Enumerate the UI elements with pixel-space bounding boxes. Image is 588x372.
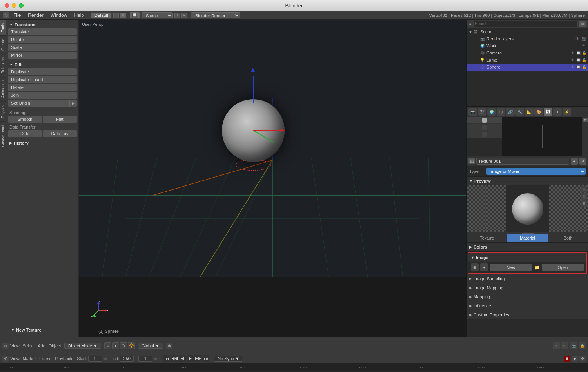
texture-type-select[interactable]: Image or Movie [486, 168, 586, 175]
texture-icon[interactable]: ⬡ [120, 342, 127, 349]
add-scene-button[interactable]: + [174, 13, 180, 18]
renderlayers-render-icon[interactable]: 📷 [582, 36, 586, 41]
preview-sphere-btn[interactable]: ○ [581, 186, 587, 192]
data-button[interactable]: Data [8, 130, 42, 137]
snap-icon[interactable]: ⊕ [166, 343, 172, 349]
jump-end-button[interactable]: ⏭ [202, 355, 209, 362]
rendered-icon[interactable]: 🔆 [128, 342, 135, 349]
tab-grease-pencil[interactable]: Grease Pencil [0, 121, 6, 150]
duplicate-button[interactable]: Duplicate [8, 68, 77, 75]
jump-start-button[interactable]: ⏮ [163, 355, 170, 362]
solid-icon[interactable]: ● [112, 342, 119, 349]
menu-window[interactable]: Window [47, 12, 71, 19]
image-header[interactable]: ▼ Image [468, 253, 586, 262]
window-controls[interactable] [0, 3, 24, 8]
timeline-ruler[interactable]: -100 -40 0 40 80 120 160 200 240 280 [0, 363, 588, 372]
preview-header[interactable]: ▼ Preview [467, 177, 588, 185]
world-eye-icon[interactable]: 👁 [582, 44, 586, 48]
timeline-settings-button[interactable]: ⚙ [579, 356, 586, 362]
sync-mode-selector[interactable]: No Sync ▼ [214, 356, 243, 362]
tab-relations[interactable]: Relations [0, 54, 6, 77]
translate-button[interactable]: Translate [8, 28, 77, 35]
transform-section-header[interactable]: ▼ Transform — [8, 21, 77, 28]
outliner-sphere-item[interactable]: ⬡ Sphere 👁 🔲 🔒 [467, 64, 588, 71]
delete-button[interactable]: Delete [8, 84, 77, 91]
texture-slot-3[interactable] [467, 131, 502, 138]
marker-btn[interactable]: Marker [23, 356, 36, 361]
texture-close-button[interactable]: ✕ [579, 158, 586, 165]
close-scene-button[interactable]: ✕ [181, 13, 187, 18]
menu-file[interactable]: File [10, 12, 24, 19]
maximize-button[interactable] [19, 3, 24, 8]
set-origin-arrow[interactable]: ▶ [69, 100, 77, 107]
mapping-header[interactable]: ▶ Mapping [467, 292, 588, 301]
texture-slot-1[interactable] [467, 117, 502, 124]
tab-physics[interactable]: Physics [0, 101, 6, 121]
outliner-scene-item[interactable]: ▼ 🎬 Scene [467, 28, 588, 35]
prop-tab-material[interactable]: 🎨 [534, 108, 543, 116]
texture-name-input[interactable] [476, 158, 569, 165]
preview-env-btn[interactable]: ⊞ [581, 200, 587, 207]
wireframe-icon[interactable]: ○ [104, 342, 111, 349]
join-button[interactable]: Join [8, 92, 77, 99]
outliner-filter-button[interactable]: ⊞ [579, 21, 586, 27]
prop-tab-physics[interactable]: ⚡ [563, 108, 571, 116]
history-section-header[interactable]: ▶ History — [8, 140, 77, 147]
outliner-world-item[interactable]: 🌍 World 👁 [467, 42, 588, 49]
close-layout-button[interactable]: ✕ [120, 13, 126, 18]
texture-add-button[interactable]: + [571, 158, 578, 165]
overlay-icon[interactable]: ⊞ [553, 342, 560, 349]
prop-tab-constraints[interactable]: 🔗 [506, 108, 515, 116]
view-btn[interactable]: View [10, 356, 20, 361]
object-menu[interactable]: Object [49, 343, 61, 348]
texture-slot-2[interactable] [467, 124, 502, 131]
sphere-eye-icon[interactable]: 👁 [571, 65, 575, 69]
tab-tools[interactable]: Tools [0, 20, 6, 35]
image-open-button[interactable]: Open [542, 264, 584, 271]
outliner-search[interactable] [473, 21, 578, 27]
current-frame-input[interactable] [138, 356, 152, 362]
prop-tab-data[interactable]: 📐 [525, 108, 534, 116]
camera-eye-icon[interactable]: 👁 [571, 51, 575, 55]
smooth-button[interactable]: Smooth [8, 116, 42, 123]
layout-default-tab[interactable]: Default [91, 13, 111, 18]
prop-tab-object[interactable]: ⬡ [497, 108, 505, 116]
duplicate-linked-button[interactable]: Duplicate Linked [8, 76, 77, 83]
preview-flat-btn[interactable]: □ [581, 193, 587, 200]
custom-properties-header[interactable]: ▶ Custom Properties [467, 310, 588, 319]
preview-tab-both[interactable]: Both [548, 234, 588, 242]
image-sampling-header[interactable]: ▶ Image Sampling [467, 274, 588, 283]
lamp-eye-icon[interactable]: 👁 [571, 58, 575, 62]
scene-selector[interactable]: Scene [142, 12, 173, 18]
prev-frame-button[interactable]: ◀◀ [171, 355, 178, 362]
play-button[interactable]: ▶ [187, 355, 194, 362]
influence-header[interactable]: ▶ Influence [467, 301, 588, 310]
outliner-camera-item[interactable]: 🎥 Camera 👁 🔲 🔒 [467, 49, 588, 56]
add-menu[interactable]: Add [38, 343, 45, 348]
add-layout-button[interactable]: + [113, 13, 119, 18]
render-engine-selector[interactable]: Blender Render [191, 12, 240, 18]
preview-tab-texture[interactable]: Texture [467, 234, 507, 242]
playback-btn[interactable]: Playback [55, 356, 73, 361]
prop-tab-modifiers[interactable]: 🔧 [515, 108, 524, 116]
outliner-lamp-item[interactable]: 💡 Lamp 👁 🔲 🔒 [467, 56, 588, 64]
gizmo-icon[interactable]: ⊡ [561, 342, 568, 349]
image-browse-button[interactable]: ⊞ [471, 263, 479, 271]
prop-tab-render[interactable]: 📷 [468, 108, 477, 116]
end-frame-input[interactable] [120, 356, 134, 362]
prop-tab-texture[interactable]: 🖼 [544, 108, 552, 116]
flat-button[interactable]: Flat [43, 116, 77, 123]
lock-view-icon[interactable]: 🔒 [579, 342, 586, 349]
tab-create[interactable]: Create [0, 35, 6, 54]
set-origin-button[interactable]: Set Origin [8, 100, 69, 107]
data-lay-button[interactable]: Data Lay [43, 130, 77, 137]
rotate-button[interactable]: Rotate [8, 36, 77, 43]
image-add-button[interactable]: + [480, 263, 488, 271]
menu-help[interactable]: Help [71, 12, 87, 19]
edit-section-header[interactable]: ▼ Edit — [8, 61, 77, 68]
prop-tab-scene[interactable]: 🎬 [478, 108, 486, 116]
new-texture-header[interactable]: ▼ New Texture — [9, 327, 75, 334]
colors-header[interactable]: ▶ Colors [467, 243, 588, 251]
mirror-button[interactable]: Mirror [8, 52, 77, 59]
renderlayers-eye-icon[interactable]: 👁 [575, 36, 580, 41]
